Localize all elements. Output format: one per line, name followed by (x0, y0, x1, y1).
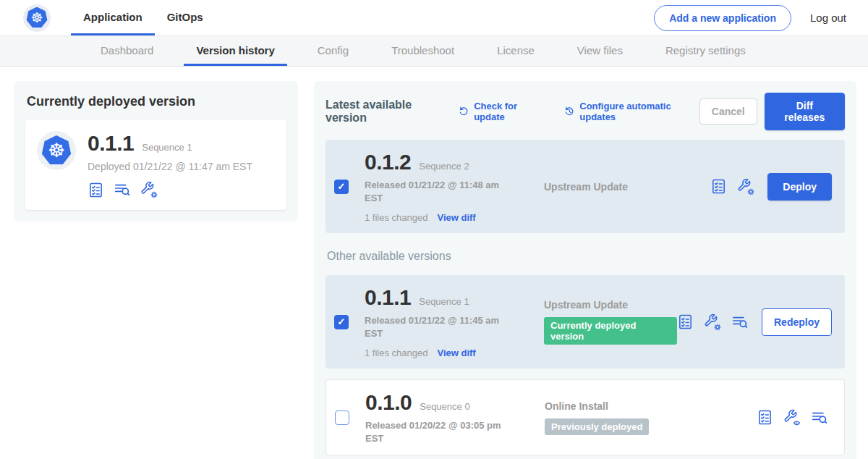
tab-gitops[interactable]: GitOps (155, 0, 216, 35)
released-timestamp: Released 01/21/22 @ 11:45 am EST (365, 314, 503, 340)
preflight-checks-icon[interactable] (710, 178, 727, 195)
row-gap (326, 369, 845, 379)
edit-config-icon[interactable] (737, 178, 754, 195)
files-changed-label: 1 files changed (365, 348, 427, 358)
view-config-icon[interactable] (783, 409, 801, 426)
check-for-update-label: Check for update (474, 101, 545, 122)
sequence-label: Sequence 0 (420, 401, 469, 412)
version-number: 0.1.0 (365, 390, 412, 415)
view-logs-icon[interactable] (731, 313, 749, 331)
version-select-checkbox[interactable]: ✓ (334, 315, 349, 329)
version-row-actions (677, 313, 749, 331)
top-tabs: Application GitOps (71, 0, 216, 35)
subtab-dashboard[interactable]: Dashboard (88, 36, 166, 66)
version-number: 0.1.1 (365, 285, 411, 310)
version-details: 0.1.1 Sequence 1 Released 01/21/22 @ 11:… (365, 285, 503, 358)
version-source: Online Install Previously deployed (504, 400, 757, 435)
currently-deployed-panel: Currently deployed version ☸ 0.1.1 Seque… (14, 81, 298, 222)
edit-config-icon[interactable] (140, 181, 158, 198)
preflight-checks-icon[interactable] (757, 409, 773, 426)
available-versions-header: Latest available version Check for updat… (326, 93, 845, 130)
view-logs-icon[interactable] (114, 181, 131, 198)
subtab-registry-settings[interactable]: Registry settings (653, 36, 758, 66)
version-row-0-1-0: 0.1.0 Sequence 0 Released 01/20/22 @ 03:… (326, 379, 845, 455)
subtab-troubleshoot[interactable]: Troubleshoot (379, 36, 467, 66)
check-for-update-link[interactable]: Check for update (458, 101, 545, 122)
version-row-0-1-2: ✓ 0.1.2 Sequence 2 Released 01/21/22 @ 1… (326, 140, 845, 233)
deployed-version-card: ☸ 0.1.1 Sequence 1 Deployed 01/21/22 @ 1… (25, 119, 286, 210)
latest-available-title: Latest available version (326, 98, 447, 125)
currently-deployed-badge: Currently deployed version (544, 317, 677, 345)
deploy-button[interactable]: Deploy (767, 173, 832, 201)
source-label: Upstream Update (544, 299, 677, 311)
view-diff-link[interactable]: View diff (437, 212, 475, 223)
deployed-version-info: 0.1.1 Sequence 1 Deployed 01/21/22 @ 11:… (88, 131, 252, 198)
deployed-app-logo: ☸ (37, 131, 76, 170)
deployed-version-number: 0.1.1 (88, 131, 134, 156)
subtab-config[interactable]: Config (305, 36, 361, 66)
main-content: Currently deployed version ☸ 0.1.1 Seque… (0, 67, 868, 459)
version-row-0-1-1: ✓ 0.1.1 Sequence 1 Released 01/21/22 @ 1… (326, 275, 845, 369)
refresh-icon (458, 105, 470, 118)
check-icon: ✓ (338, 316, 346, 327)
source-label: Online Install (545, 400, 757, 412)
version-row-actions (757, 409, 828, 426)
app-logo: ☸ (23, 0, 51, 35)
view-diff-link[interactable]: View diff (437, 348, 475, 358)
version-details: 0.1.2 Sequence 2 Released 01/21/22 @ 11:… (365, 150, 503, 223)
diff-releases-button[interactable]: Diff releases (765, 93, 845, 130)
sequence-label: Sequence 1 (419, 296, 469, 307)
deployed-timestamp: Deployed 01/21/22 @ 11:47 am EST (88, 161, 252, 172)
version-row-actions (710, 178, 754, 195)
kubernetes-logo-icon: ☸ (26, 7, 48, 29)
version-number: 0.1.2 (365, 150, 411, 174)
preflight-checks-icon[interactable] (88, 182, 104, 198)
update-links: Check for update Configure automatic upd… (458, 101, 699, 122)
redeploy-button[interactable]: Redeploy (762, 308, 832, 336)
version-source: Upstream Update (503, 181, 710, 193)
preflight-checks-icon[interactable] (677, 313, 694, 330)
previously-deployed-badge: Previously deployed (545, 418, 649, 435)
version-source: Upstream Update Currently deployed versi… (503, 299, 677, 345)
add-new-application-button[interactable]: Add a new application (654, 5, 791, 31)
top-nav: ☸ Application GitOps Add a new applicati… (0, 0, 868, 36)
subtab-license[interactable]: License (485, 36, 547, 66)
currently-deployed-title: Currently deployed version (27, 94, 286, 109)
configure-automatic-updates-label: Configure automatic updates (579, 101, 699, 122)
other-versions-title: Other available versions (327, 250, 845, 263)
files-changed-label: 1 files changed (365, 212, 427, 223)
subtab-version-history[interactable]: Version history (184, 36, 286, 66)
released-timestamp: Released 01/21/22 @ 11:48 am EST (365, 179, 503, 204)
released-timestamp: Released 01/20/22 @ 03:05 pm EST (365, 419, 504, 445)
version-details: 0.1.0 Sequence 0 Released 01/20/22 @ 03:… (365, 390, 504, 445)
check-icon: ✓ (338, 181, 346, 192)
edit-config-icon[interactable] (704, 313, 721, 331)
top-nav-spacer (216, 0, 654, 35)
top-nav-right: Add a new application Log out (654, 0, 846, 35)
sequence-label: Sequence 2 (419, 161, 469, 172)
view-logs-icon[interactable] (811, 409, 828, 426)
cancel-button[interactable]: Cancel (699, 98, 757, 125)
version-select-checkbox[interactable]: ✓ (334, 180, 349, 194)
tab-application[interactable]: Application (71, 0, 155, 35)
logout-link[interactable]: Log out (810, 12, 846, 24)
source-label: Upstream Update (544, 181, 710, 193)
deployed-sequence-label: Sequence 1 (142, 142, 192, 153)
subtab-view-files[interactable]: View files (565, 36, 635, 66)
clock-refresh-icon (563, 105, 576, 118)
kubernetes-logo-icon: ☸ (41, 135, 72, 166)
version-select-checkbox[interactable] (335, 410, 349, 425)
available-versions-panel: Latest available version Check for updat… (314, 81, 856, 459)
configure-automatic-updates-link[interactable]: Configure automatic updates (563, 101, 699, 122)
app-logo-circle: ☸ (23, 4, 51, 32)
app-sub-nav: Dashboard Version history Config Trouble… (0, 36, 868, 67)
deployed-version-actions (88, 181, 252, 198)
